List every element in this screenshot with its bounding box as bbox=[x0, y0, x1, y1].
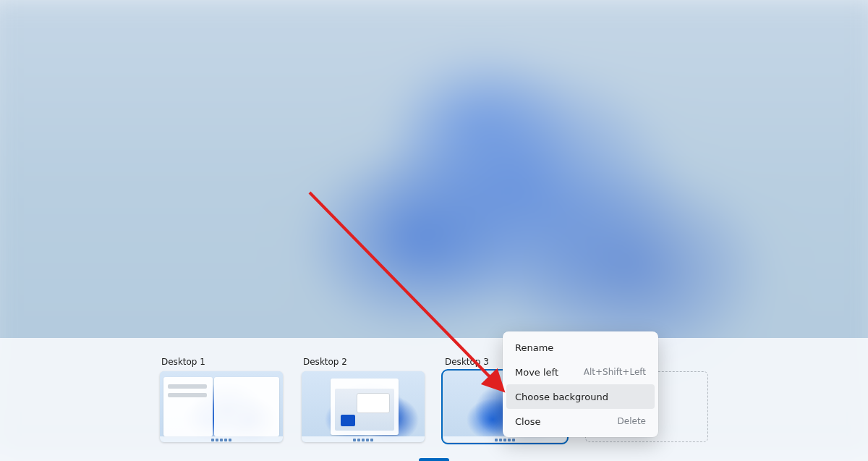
virtual-desktop-thumbnail[interactable] bbox=[160, 371, 283, 442]
desktop-context-menu: Rename Move left Alt+Shift+Left Choose b… bbox=[503, 331, 658, 437]
menu-item-shortcut: Delete bbox=[618, 416, 646, 426]
virtual-desktop-card-2[interactable]: Desktop 2 bbox=[302, 357, 425, 442]
menu-item-shortcut: Alt+Shift+Left bbox=[584, 367, 646, 377]
virtual-desktop-thumbnail[interactable] bbox=[302, 371, 425, 442]
task-view-desktops-bar: Desktop 1 Desktop 2 Desktop 3 New deskto… bbox=[0, 338, 868, 461]
virtual-desktop-label: Desktop 2 bbox=[302, 357, 347, 367]
virtual-desktop-label: Desktop 3 bbox=[443, 357, 489, 367]
menu-item-move-left[interactable]: Move left Alt+Shift+Left bbox=[506, 360, 655, 384]
menu-item-label: Rename bbox=[515, 342, 553, 353]
menu-item-rename[interactable]: Rename bbox=[506, 335, 655, 360]
menu-item-label: Close bbox=[515, 416, 540, 427]
active-desktop-indicator bbox=[419, 458, 449, 461]
menu-item-label: Move left bbox=[515, 367, 558, 378]
menu-item-close[interactable]: Close Delete bbox=[506, 409, 655, 433]
virtual-desktop-label: Desktop 1 bbox=[160, 357, 205, 367]
menu-item-choose-background[interactable]: Choose background bbox=[506, 384, 655, 409]
virtual-desktop-card-1[interactable]: Desktop 1 bbox=[160, 357, 283, 442]
menu-item-label: Choose background bbox=[515, 392, 608, 402]
